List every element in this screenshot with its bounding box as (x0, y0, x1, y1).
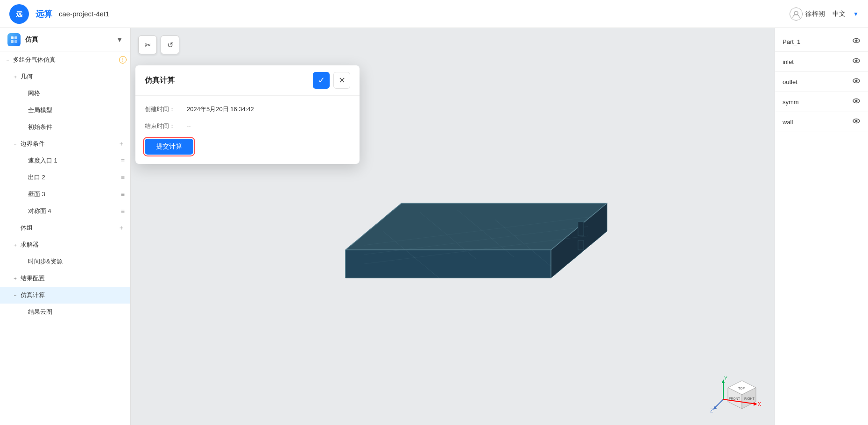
tree-label: 多组分气体仿真 (13, 56, 117, 64)
svg-point-42 (855, 60, 858, 62)
svg-rect-6 (14, 40, 17, 43)
toggle-plus-icon: ＋ (11, 275, 19, 282)
svg-point-44 (855, 80, 858, 82)
tree-item-geometry[interactable]: ＋ 几何 (0, 68, 130, 85)
main-area: 仿真 ▼ － 多组分气体仿真 ! ＋ 几何 网格 全局模型 初始条件 － 边界条 (0, 28, 868, 425)
info-icon: ! (119, 56, 127, 64)
tree-item-result-config[interactable]: ＋ 结果配置 (0, 270, 130, 287)
symm-label: symm (783, 99, 799, 106)
tree-label: 边界条件 (21, 140, 116, 148)
tree-label: 初始条件 (28, 123, 127, 131)
svg-rect-3 (11, 36, 14, 39)
lang-selector[interactable]: 中文 (833, 10, 846, 18)
sidebar-title: 仿真 (25, 35, 38, 44)
tree-item-init-conditions[interactable]: 初始条件 (0, 119, 130, 135)
tree-item-global-model[interactable]: 全局模型 (0, 102, 130, 119)
created-time-field: 创建时间： 2024年5月20日 16:34:42 (145, 105, 350, 113)
username: 徐梓朔 (805, 10, 825, 18)
tree-item-result-cloud[interactable]: 结果云图 (0, 304, 130, 320)
tree-item-mesh[interactable]: 网格 (0, 85, 130, 102)
wall-label: wall (783, 119, 793, 126)
tree-item-symm4[interactable]: 对称面 4 ≡ (0, 203, 130, 220)
tree-label: 对称面 4 (28, 207, 119, 215)
tree-item-inlet1[interactable]: 速度入口 1 ≡ (0, 152, 130, 169)
add-boundary-icon[interactable]: ＋ (116, 139, 127, 149)
confirm-check-icon: ✓ (318, 75, 325, 85)
tree-item-boundary[interactable]: － 边界条件 ＋ (0, 135, 130, 152)
tree-label: 全局模型 (28, 106, 127, 114)
sidebar-collapse-icon[interactable]: ▼ (116, 36, 123, 43)
user-info: 徐梓朔 (790, 7, 825, 21)
panel-item-outlet: outlet (775, 72, 868, 92)
eye-icon-part1[interactable] (852, 36, 861, 47)
svg-point-48 (855, 120, 858, 122)
svg-text:远: 远 (16, 10, 23, 18)
panel-item-inlet: inlet (775, 52, 868, 72)
viewport: ✂ ↺ (131, 28, 775, 425)
sidebar-module-icon (7, 33, 21, 46)
eye-icon-inlet[interactable] (852, 57, 861, 67)
tree-label: 壁面 3 (28, 190, 119, 198)
panel-item-symm: symm (775, 92, 868, 112)
sidebar-header-left: 仿真 (7, 33, 38, 46)
svg-point-46 (855, 100, 858, 102)
tree-item-solver[interactable]: ＋ 求解器 (0, 236, 130, 253)
app-logo: 远 (9, 4, 29, 24)
tree-label: 出口 2 (28, 173, 119, 182)
inlet-label: inlet (783, 58, 794, 65)
toggle-minus-icon: － (11, 140, 19, 148)
created-time-label: 创建时间： (145, 105, 187, 113)
eye-icon-outlet[interactable] (852, 77, 861, 87)
modal-title: 仿真计算 (145, 76, 175, 85)
toggle-plus-icon: ＋ (11, 73, 19, 80)
header-right: 徐梓朔 中文 ▼ (790, 7, 859, 21)
tree-label: 几何 (21, 72, 127, 81)
user-avatar-icon (790, 7, 803, 21)
tree-item-wall3[interactable]: 壁面 3 ≡ (0, 186, 130, 203)
close-x-icon: ✕ (339, 75, 346, 85)
tree-item-sim-calc[interactable]: － 仿真计算 (0, 287, 130, 304)
end-time-label: 结束时间： (145, 122, 187, 130)
tree-label: 求解器 (21, 241, 127, 249)
end-time-value: -- (187, 123, 350, 130)
tree-label: 仿真计算 (21, 291, 127, 299)
tree-item-multi-gas[interactable]: － 多组分气体仿真 ! (0, 51, 130, 68)
svg-rect-4 (14, 36, 17, 39)
toggle-minus-icon: － (11, 291, 19, 299)
menu-icon[interactable]: ≡ (119, 156, 127, 165)
sidebar-header: 仿真 ▼ (0, 28, 130, 51)
lang-dropdown-icon[interactable]: ▼ (853, 11, 859, 17)
tree-label: 网格 (28, 89, 127, 98)
tree-label: 速度入口 1 (28, 156, 119, 165)
sidebar: 仿真 ▼ － 多组分气体仿真 ! ＋ 几何 网格 全局模型 初始条件 － 边界条 (0, 28, 131, 425)
modal-header: 仿真计算 ✓ ✕ (135, 65, 360, 96)
panel-item-part1: Part_1 (775, 32, 868, 52)
panel-item-wall: wall (775, 112, 868, 132)
submit-calc-button[interactable]: 提交计算 (145, 139, 193, 155)
tree-item-timestep[interactable]: 时间步&资源 (0, 253, 130, 270)
menu-icon[interactable]: ≡ (119, 206, 127, 216)
part1-label: Part_1 (783, 38, 800, 45)
tree-label: 结果配置 (21, 274, 127, 283)
tree-label: 体组 (21, 224, 116, 232)
modal-close-button[interactable]: ✕ (333, 72, 350, 89)
svg-point-40 (855, 40, 858, 42)
eye-icon-symm[interactable] (852, 97, 861, 107)
tree-label: 结果云图 (28, 308, 127, 316)
modal-body: 创建时间： 2024年5月20日 16:34:42 结束时间： -- 提交计算 (135, 96, 360, 164)
tree-item-body-group[interactable]: 体组 ＋ (0, 220, 130, 236)
add-body-icon[interactable]: ＋ (116, 223, 127, 233)
tree-item-outlet2[interactable]: 出口 2 ≡ (0, 169, 130, 186)
outlet-label: outlet (783, 78, 797, 85)
brand-name: 远算 (35, 8, 52, 20)
modal-confirm-button[interactable]: ✓ (313, 72, 330, 89)
sim-calc-modal: 仿真计算 ✓ ✕ 创建时间： 2024年5月20日 16:34:42 (135, 65, 360, 164)
menu-icon[interactable]: ≡ (119, 173, 127, 182)
right-panel: Part_1 inlet outlet symm wall (775, 28, 868, 425)
tree-label: 时间步&资源 (28, 257, 127, 266)
menu-icon[interactable]: ≡ (119, 190, 127, 199)
header-left: 远 远算 cae-project-4et1 (9, 4, 109, 24)
eye-icon-wall[interactable] (852, 117, 861, 127)
toggle-plus-icon: ＋ (11, 241, 19, 248)
modal-overlay: 仿真计算 ✓ ✕ 创建时间： 2024年5月20日 16:34:42 (131, 28, 775, 425)
